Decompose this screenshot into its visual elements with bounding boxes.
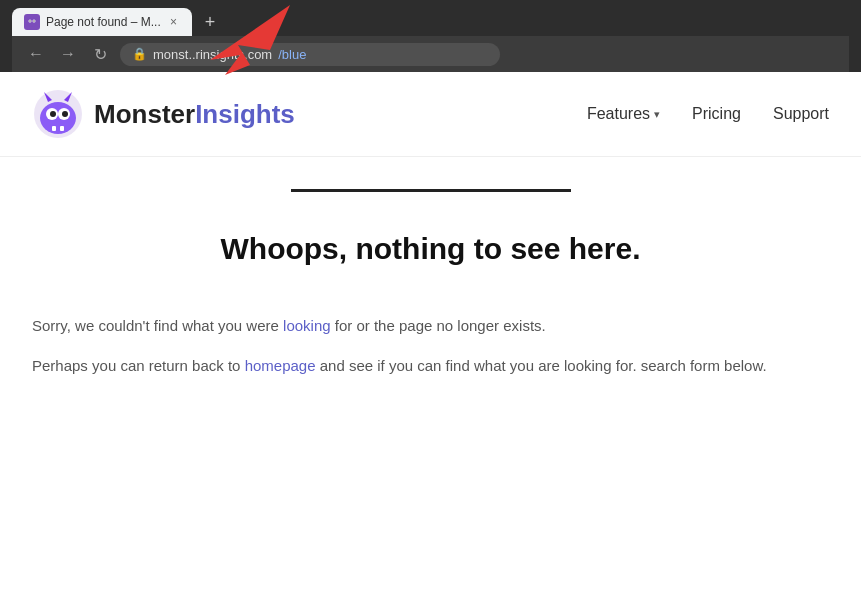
- svg-point-4: [29, 20, 30, 21]
- new-tab-button[interactable]: +: [196, 8, 224, 36]
- tab-close-button[interactable]: ×: [167, 14, 180, 30]
- active-tab[interactable]: Page not found – M... ×: [12, 8, 192, 36]
- error-text-line1: Sorry, we couldn't find what you were lo…: [32, 314, 829, 338]
- nav-features[interactable]: Features ▾: [587, 105, 660, 123]
- tab-title: Page not found – M...: [46, 15, 161, 29]
- address-bar[interactable]: 🔒 monst..rinsights.com/blue: [120, 43, 500, 66]
- nav-support[interactable]: Support: [773, 105, 829, 123]
- logo-text: MonsterInsights: [94, 99, 295, 130]
- homepage-link[interactable]: homepage: [245, 357, 316, 374]
- url-path: /blue: [278, 47, 306, 62]
- divider-line: [291, 189, 571, 192]
- content-area: Whoops, nothing to see here. Sorry, we c…: [0, 157, 861, 434]
- logo-icon: [32, 88, 84, 140]
- tab-favicon: [24, 14, 40, 30]
- logo-insights-part: Insights: [195, 99, 295, 129]
- nav-pricing[interactable]: Pricing: [692, 105, 741, 123]
- browser-chrome: Page not found – M... × + ← → ↻ 🔒 monst.…: [0, 0, 861, 72]
- address-bar-row: ← → ↻ 🔒 monst..rinsights.com/blue: [12, 36, 849, 72]
- looking-link[interactable]: looking: [283, 317, 331, 334]
- chevron-down-icon: ▾: [654, 108, 660, 121]
- svg-rect-14: [52, 126, 56, 131]
- lock-icon: 🔒: [132, 47, 147, 61]
- back-button[interactable]: ←: [24, 42, 48, 66]
- site-nav: MonsterInsights Features ▾ Pricing Suppo…: [0, 72, 861, 157]
- svg-point-7: [40, 102, 76, 134]
- svg-point-10: [50, 111, 56, 117]
- url-base: monst..rinsights.com: [153, 47, 272, 62]
- nav-links: Features ▾ Pricing Support: [587, 105, 829, 123]
- main-heading: Whoops, nothing to see here.: [32, 232, 829, 266]
- svg-rect-15: [60, 126, 64, 131]
- tab-bar: Page not found – M... × +: [12, 8, 849, 36]
- svg-point-5: [33, 20, 34, 21]
- svg-point-11: [62, 111, 68, 117]
- forward-button[interactable]: →: [56, 42, 80, 66]
- website-content: MonsterInsights Features ▾ Pricing Suppo…: [0, 72, 861, 434]
- error-text-line2: Perhaps you can return back to homepage …: [32, 354, 829, 378]
- svg-point-1: [27, 17, 37, 27]
- logo-area[interactable]: MonsterInsights: [32, 88, 295, 140]
- logo-monster-part: Monster: [94, 99, 195, 129]
- reload-button[interactable]: ↻: [88, 42, 112, 66]
